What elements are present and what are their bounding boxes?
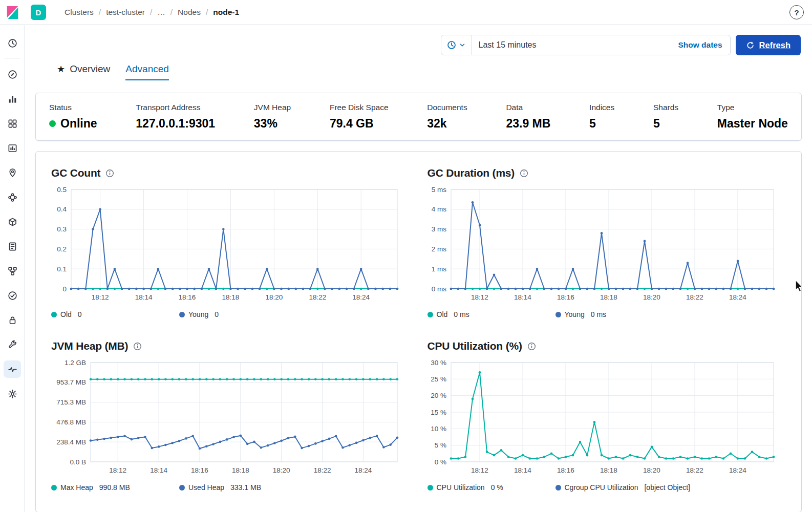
svg-text:18:20: 18:20 xyxy=(643,466,660,474)
sidebar-item-dashboard[interactable] xyxy=(4,115,21,132)
top-bar: D Clusters/test-cluster/…/Nodes/node-1 ? xyxy=(0,0,812,25)
stat-value: 23.9 MB xyxy=(506,117,550,131)
sidebar-item-package[interactable] xyxy=(4,213,21,230)
main-content: Last 15 minutes Show dates Refresh ★Over… xyxy=(25,25,812,512)
legend-dot-icon xyxy=(428,485,433,490)
svg-text:18:12: 18:12 xyxy=(471,466,488,474)
legend-cgroup-cpu-utilization[interactable]: Cgroup CPU Utilization[object Object] xyxy=(555,483,690,492)
tab-advanced[interactable]: Advanced xyxy=(125,63,169,80)
svg-text:1.2 GB: 1.2 GB xyxy=(65,359,86,367)
svg-text:0.4: 0.4 xyxy=(57,205,67,213)
sidebar-item-visualize[interactable] xyxy=(4,90,21,108)
refresh-button[interactable]: Refresh xyxy=(736,35,801,55)
help-icon[interactable]: ? xyxy=(789,5,804,19)
sidebar xyxy=(0,25,25,512)
info-icon[interactable] xyxy=(520,169,528,178)
status-summary: StatusOnlineTransport Address127.0.0.1:9… xyxy=(35,93,802,141)
stat-label: Type xyxy=(717,103,788,112)
sidebar-item-discover[interactable] xyxy=(4,66,21,83)
body-row: Last 15 minutes Show dates Refresh ★Over… xyxy=(0,25,812,512)
chart-gc-count: GC Count00.10.20.30.40.518:1218:1418:161… xyxy=(51,167,410,318)
chart-plot[interactable]: 0 %5 %10 %15 %20 %25 %30 %18:1218:1418:1… xyxy=(428,358,779,478)
stat-documents: Documents32k xyxy=(427,103,467,131)
discover-icon xyxy=(8,70,17,79)
breadcrumb-separator: / xyxy=(150,8,152,17)
legend-used-heap[interactable]: Used Heap333.1 MB xyxy=(179,483,261,492)
sidebar-item-logs[interactable] xyxy=(4,238,21,255)
tab-overview[interactable]: ★Overview xyxy=(57,63,110,80)
legend-max-heap[interactable]: Max Heap990.8 MB xyxy=(51,483,179,492)
maps-icon xyxy=(8,168,17,178)
chart-legend: Old0 msYoung0 ms xyxy=(428,310,786,318)
status-online-dot xyxy=(49,120,56,127)
kibana-logo[interactable] xyxy=(6,6,19,19)
dev-tools-icon xyxy=(8,340,17,350)
legend-old[interactable]: Old0 xyxy=(51,310,179,318)
stack-monitoring-icon xyxy=(8,365,17,374)
sidebar-item-stack-management[interactable] xyxy=(4,385,21,402)
legend-dot-icon xyxy=(428,312,433,317)
chart-plot[interactable]: 0.0 B238.4 MB476.8 MB715.3 MB953.7 MB1.2… xyxy=(51,358,402,478)
time-range-display[interactable]: Last 15 minutes xyxy=(472,40,671,50)
chart-jvm-heap-mb: JVM Heap (MB)0.0 B238.4 MB476.8 MB715.3 … xyxy=(51,340,410,492)
chart-title: GC Count xyxy=(51,167,100,179)
info-icon[interactable] xyxy=(105,169,114,178)
svg-text:18:14: 18:14 xyxy=(514,466,531,474)
info-icon[interactable] xyxy=(527,342,536,351)
stat-shards: Shards5 xyxy=(653,103,678,131)
star-icon: ★ xyxy=(57,65,65,74)
legend-dot-icon xyxy=(179,312,185,317)
sidebar-item-uptime[interactable] xyxy=(4,287,21,304)
svg-text:30 %: 30 % xyxy=(431,359,446,367)
visualize-icon xyxy=(8,94,17,104)
sidebar-item-security[interactable] xyxy=(4,311,21,329)
info-icon[interactable] xyxy=(133,342,142,351)
sidebar-item-recently-viewed[interactable] xyxy=(4,34,21,52)
svg-text:18:16: 18:16 xyxy=(191,466,208,474)
svg-text:1 ms: 1 ms xyxy=(431,265,446,273)
legend-young[interactable]: Young0 ms xyxy=(555,310,607,318)
svg-text:953.7 MB: 953.7 MB xyxy=(56,378,86,386)
sidebar-item-machine-learning[interactable] xyxy=(4,188,21,206)
svg-text:18:14: 18:14 xyxy=(135,293,153,301)
svg-text:18:20: 18:20 xyxy=(643,293,660,301)
breadcrumb-nodes[interactable]: Nodes xyxy=(178,8,201,17)
chart-plot[interactable]: 0 ms1 ms2 ms3 ms4 ms5 ms18:1218:1418:161… xyxy=(428,185,779,305)
stat-label: Documents xyxy=(427,103,467,112)
svg-text:18:18: 18:18 xyxy=(600,466,617,474)
svg-text:18:22: 18:22 xyxy=(686,293,703,301)
stat-label: Data xyxy=(506,103,550,112)
breadcrumb-clusters[interactable]: Clusters xyxy=(65,8,94,17)
sidebar-item-dev-tools[interactable] xyxy=(4,336,21,353)
stat-type: TypeMaster Node xyxy=(717,103,788,131)
chevron-down-icon xyxy=(459,41,466,49)
chart-plot[interactable]: 00.10.20.30.40.518:1218:1418:1618:1818:2… xyxy=(51,185,402,305)
app: D Clusters/test-cluster/…/Nodes/node-1 ? xyxy=(0,0,812,512)
quick-select-button[interactable] xyxy=(441,35,472,55)
tab-label: Advanced xyxy=(125,63,169,75)
sidebar-item-maps[interactable] xyxy=(4,164,21,181)
stat-data: Data23.9 MB xyxy=(506,103,550,131)
chart-legend: Max Heap990.8 MBUsed Heap333.1 MB xyxy=(51,483,410,492)
chart-legend: Old0Young0 xyxy=(51,310,410,318)
sidebar-item-graph[interactable] xyxy=(4,262,21,280)
breadcrumb-test-cluster[interactable]: test-cluster xyxy=(106,8,145,17)
svg-text:18:20: 18:20 xyxy=(265,293,283,301)
breadcrumb-node-1: node-1 xyxy=(213,8,239,17)
stat-transport-address: Transport Address127.0.0.1:9301 xyxy=(136,103,215,131)
legend-young[interactable]: Young0 xyxy=(179,310,219,318)
svg-text:10 %: 10 % xyxy=(431,425,446,433)
space-avatar[interactable]: D xyxy=(31,5,46,20)
svg-text:18:12: 18:12 xyxy=(92,293,109,301)
legend-old[interactable]: Old0 ms xyxy=(428,310,555,318)
legend-cpu-utilization[interactable]: CPU Utilization0 % xyxy=(428,483,555,492)
sidebar-item-canvas[interactable] xyxy=(4,139,21,157)
breadcrumb-collapsed[interactable]: … xyxy=(157,8,165,17)
sidebar-item-stack-monitoring[interactable] xyxy=(4,360,21,378)
svg-text:0.3: 0.3 xyxy=(57,225,67,233)
svg-text:18:24: 18:24 xyxy=(352,293,370,301)
stat-label: JVM Heap xyxy=(254,103,291,112)
show-dates-button[interactable]: Show dates xyxy=(670,40,730,50)
chart-title: CPU Utilization (%) xyxy=(428,340,522,352)
svg-text:0.2: 0.2 xyxy=(57,245,67,253)
